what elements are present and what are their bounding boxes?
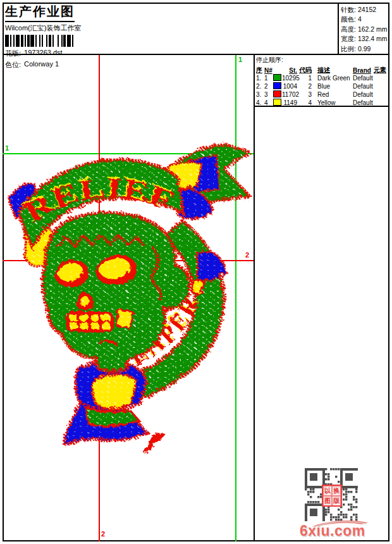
col-header-element: 元素 (374, 66, 389, 75)
table-row: 3.3117023RedDefault (256, 90, 389, 99)
cell-index: 2. (256, 83, 264, 90)
color-swatch (273, 90, 281, 97)
watermark: 6xiu.com (300, 522, 376, 540)
cell-stitches: 11702 (282, 91, 298, 98)
cell-code: 2 (298, 83, 314, 90)
stats-divider (338, 3, 339, 55)
table-row: 4.411494YellowDefault (256, 99, 389, 107)
stop-sequence-title: 停止顺序: (256, 56, 389, 65)
cell-description: Red (314, 91, 353, 98)
cell-index: 4. (256, 99, 264, 106)
stat-value: 24152 (358, 5, 376, 15)
stamp-char: 图 (323, 496, 332, 506)
end-point-label-right: 2 (245, 251, 249, 259)
stat-row: 颜色:4 (341, 15, 389, 24)
table-row: 1.1102951Dark GreenDefault (256, 74, 389, 82)
stat-row: 高度:162.2 mm (341, 25, 389, 34)
cell-stitches: 10295 (282, 75, 298, 82)
cell-n: 3 (264, 91, 272, 98)
cell-code: 1 (298, 75, 314, 82)
stats-box: 针数:24152颜色:4高度:162.2 mm宽度:132.4 mm比例:0.9… (341, 5, 389, 54)
color-swatch (273, 99, 281, 106)
col-header-n: N# (264, 67, 272, 74)
end-point-label-bottom: 2 (101, 530, 105, 538)
stat-label: 针数: (341, 5, 356, 15)
stamp-char: 以 (323, 486, 332, 496)
table-header-row: 序 N# St. 代码 描述 Brand 元素 (256, 66, 389, 74)
stat-value: 162.2 mm (358, 25, 388, 34)
stat-row: 针数:24152 (341, 5, 389, 15)
col-header-code: 代码 (298, 66, 314, 75)
stamp-char: 换 (332, 486, 341, 496)
stamp-char: 版 (332, 496, 341, 506)
cell-description: Blue (314, 83, 353, 90)
cell-brand: Default (353, 91, 374, 98)
embroidery-design: &REAPER &REAPER (3, 55, 254, 541)
cell-description: Yellow (314, 99, 353, 106)
production-worksheet: 生产作业图 Wilcom(汇宝)装饰工作室 花版: 1973263.dst 色位… (0, 0, 392, 544)
cell-stitches: 1149 (282, 99, 298, 106)
stat-label: 比例: (341, 44, 356, 54)
col-header-desc: 描述 (314, 66, 353, 75)
design-canvas: &REAPER &REAPER (3, 55, 254, 541)
stat-label: 高度: (341, 25, 356, 34)
col-header-index: 序 (256, 66, 264, 75)
cell-n: 2 (264, 83, 272, 90)
cell-stitches: 1004 (282, 83, 298, 90)
start-point-label-left: 1 (5, 144, 9, 152)
stat-row: 宽度:132.4 mm (341, 34, 389, 44)
stat-row: 比例:0.99 (341, 44, 389, 54)
start-point-label-top: 1 (238, 56, 242, 63)
color-swatch (273, 82, 281, 89)
cell-description: Dark Green (314, 75, 353, 82)
stat-value: 4 (358, 15, 362, 24)
stop-rows: 1.1102951Dark GreenDefault2.210042BlueDe… (256, 74, 389, 107)
cell-code: 4 (298, 99, 314, 106)
red-stamp: 以 换 图 版 (322, 485, 342, 507)
company-name: Wilcom(汇宝)装饰工作室 (5, 23, 81, 33)
col-header-brand: Brand (353, 67, 374, 74)
stat-label: 颜色: (341, 15, 356, 24)
stop-sequence-table: 停止顺序: 序 N# St. 代码 描述 Brand 元素 1.1102951D… (256, 56, 389, 107)
cell-brand: Default (353, 83, 374, 90)
stat-label: 宽度: (341, 34, 356, 44)
table-row: 2.210042BlueDefault (256, 82, 389, 90)
barcode (5, 35, 76, 47)
barcode-space (73, 35, 76, 47)
cell-n: 1 (264, 75, 272, 82)
stat-value: 0.99 (358, 44, 371, 54)
main-divider (254, 54, 255, 541)
cell-index: 1. (256, 75, 264, 82)
cell-brand: Default (353, 99, 374, 106)
stat-value: 132.4 mm (358, 34, 388, 44)
col-header-st: St. (282, 67, 298, 74)
color-swatch (273, 74, 281, 81)
cell-n: 4 (264, 99, 272, 106)
page-title: 生产作业图 (5, 3, 75, 22)
cell-brand: Default (353, 75, 374, 82)
watermark-swoosh (311, 518, 369, 527)
cell-code: 3 (298, 91, 314, 98)
cell-index: 3. (256, 91, 264, 98)
